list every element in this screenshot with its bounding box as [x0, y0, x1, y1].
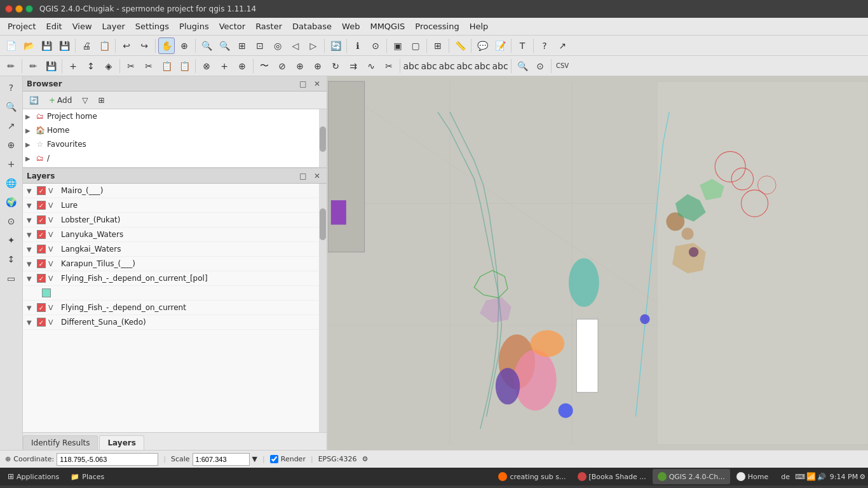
taskbar-places[interactable]: 📁 Places [65, 469, 109, 484]
break-apart-btn[interactable]: ⊘ [274, 58, 290, 74]
layer-cb-ds[interactable] [37, 318, 46, 327]
add-part-btn[interactable]: + [216, 58, 233, 74]
sidebar-rect-icon[interactable]: ▭ [3, 269, 20, 287]
layers-maximize-btn[interactable]: □ [297, 170, 309, 182]
csv-btn[interactable]: CSV [554, 58, 571, 74]
undo-btn[interactable]: ↩ [118, 37, 135, 54]
menu-mmqgis[interactable]: MMQGIS [365, 20, 410, 33]
add-feature-btn[interactable]: + [65, 58, 81, 74]
layer-vis-lobster[interactable]: V [48, 216, 58, 224]
menu-help[interactable]: Help [465, 20, 494, 33]
layer-different-suna[interactable]: ▼ V Different_Suna_(Kedo) [23, 315, 327, 330]
menu-vector[interactable]: Vector [214, 20, 250, 33]
zoom-full-btn[interactable]: ⊞ [234, 37, 250, 54]
browser-scroll-thumb[interactable] [320, 126, 326, 152]
menu-edit[interactable]: Edit [41, 20, 67, 33]
layers-scroll-thumb[interactable] [320, 208, 326, 240]
taskbar-home[interactable]: Home [731, 469, 773, 484]
close-button[interactable] [5, 5, 13, 13]
browser-project-home[interactable]: ▶ 🗂 Project home [23, 109, 327, 123]
layer-flyingfish-pol[interactable]: ▼ V Flying_Fish_-_depend_on_current_[pol… [23, 271, 327, 286]
layer-vis-karapun[interactable]: V [48, 260, 58, 268]
print-btn[interactable]: 🖨 [78, 37, 95, 54]
split-btn[interactable]: ✂ [381, 58, 397, 74]
layer-cb-ff-pol[interactable] [37, 274, 46, 283]
layer-vis-ff-pol[interactable]: V [48, 274, 58, 283]
menu-plugins[interactable]: Plugins [174, 20, 214, 33]
zoom-selection-btn[interactable]: ◎ [269, 37, 286, 54]
annotation-btn[interactable]: 💬 [474, 37, 491, 54]
zoom-btn2[interactable]: ⊙ [532, 58, 548, 74]
pan-map-btn[interactable]: ⊕ [176, 37, 193, 54]
menu-web[interactable]: Web [337, 20, 365, 33]
label-btn[interactable]: T [514, 37, 531, 54]
layer-vis-ff[interactable]: V [48, 304, 58, 312]
coordinate-input[interactable] [57, 453, 158, 466]
deselect-btn[interactable]: ▢ [407, 37, 424, 54]
new-project-btn[interactable]: 📄 [3, 37, 19, 54]
browser-home[interactable]: ▶ 🏠 Home [23, 123, 327, 137]
simplify-btn[interactable]: 〜 [256, 58, 273, 74]
measure-btn[interactable]: 📏 [452, 37, 468, 54]
menu-raster[interactable]: Raster [250, 20, 287, 33]
layer-lanyuka[interactable]: ▼ V Lanyuka_Waters [23, 227, 327, 242]
sidebar-world-icon[interactable]: 🌐 [3, 174, 20, 192]
merge-attr-btn[interactable]: ⊕ [309, 58, 326, 74]
merge-selected-btn[interactable]: ⊕ [292, 58, 308, 74]
layer-cb-karapun[interactable] [37, 259, 46, 268]
map-area[interactable] [328, 76, 868, 450]
browser-root[interactable]: ▶ 🗂 / [23, 151, 327, 165]
epsg-settings-icon[interactable]: ⚙ [362, 455, 368, 463]
taskbar-applications[interactable]: ⊞ Applications [3, 469, 64, 484]
layer-cb-lanyuka[interactable] [37, 230, 46, 239]
settings-icon[interactable]: ⚙ [859, 473, 865, 481]
sidebar-help-icon[interactable]: ? [3, 79, 20, 97]
layer-langkai[interactable]: ▼ V Langkai_Waters [23, 242, 327, 257]
menu-view[interactable]: View [67, 20, 97, 33]
menu-settings[interactable]: Settings [130, 20, 174, 33]
browser-close-btn[interactable]: ✕ [311, 78, 323, 90]
tips-btn[interactable]: ↗ [554, 37, 571, 54]
zoom-in-btn[interactable]: 🔍 [198, 37, 215, 54]
label-move-btn[interactable]: abc [474, 58, 491, 74]
reshape-btn[interactable]: ∿ [363, 58, 379, 74]
pan-btn[interactable]: ✋ [158, 37, 175, 54]
browser-favourites[interactable]: ▶ ☆ Favourites [23, 137, 327, 151]
browser-scrollbar[interactable] [319, 109, 327, 167]
zoom-native-btn[interactable]: ⊙ [367, 37, 384, 54]
layer-cb-mairo[interactable] [37, 186, 46, 195]
label-pin-btn[interactable]: abc [403, 58, 419, 74]
sidebar-globe-icon[interactable]: 🌍 [3, 193, 20, 211]
save-as-btn[interactable]: 💾 [56, 37, 72, 54]
layer-karapun[interactable]: ▼ V Karapun_Tilus_(___) [23, 257, 327, 271]
window-controls[interactable] [5, 5, 33, 13]
layers-scrollbar[interactable] [319, 184, 327, 432]
refresh-btn[interactable]: 🔄 [327, 37, 344, 54]
node-tool-btn[interactable]: ◈ [100, 58, 117, 74]
taskbar-booka[interactable]: [Booka Shade ... [573, 469, 651, 484]
tab-layers[interactable]: Layers [99, 435, 144, 450]
layer-vis-lure[interactable]: V [48, 201, 58, 210]
layer-vis-lanyuka[interactable]: V [48, 231, 58, 239]
print-compose-btn[interactable]: 📋 [96, 37, 112, 54]
label-highlight-btn[interactable]: abc [421, 58, 437, 74]
delete-selected-btn[interactable]: ✂ [123, 58, 139, 74]
cut-feature-btn[interactable]: ✂ [140, 58, 157, 74]
sidebar-arrow-icon[interactable]: ↗ [3, 117, 20, 135]
select-btn[interactable]: ▣ [390, 37, 406, 54]
save-layer-btn[interactable]: 💾 [43, 58, 59, 74]
identify-features-btn[interactable]: 🔍 [514, 58, 531, 74]
layer-lure[interactable]: ▼ V Lure [23, 198, 327, 213]
menu-processing[interactable]: Processing [410, 20, 464, 33]
move-feature-btn[interactable]: ↕ [83, 58, 99, 74]
browser-add-btn[interactable]: + Add [45, 95, 76, 106]
layer-vis-mairo[interactable]: V [48, 187, 58, 195]
add-ring-btn[interactable]: ⊗ [198, 58, 215, 74]
redo-btn[interactable]: ↪ [136, 37, 153, 54]
sidebar-plus-icon[interactable]: + [3, 155, 20, 173]
label-rotate-btn[interactable]: abc [456, 58, 473, 74]
html-annotation-btn[interactable]: 📝 [492, 37, 508, 54]
identify-btn[interactable]: ℹ [349, 37, 366, 54]
offset-curve-btn[interactable]: ⇉ [345, 58, 362, 74]
layer-vis-langkai[interactable]: V [48, 245, 58, 254]
